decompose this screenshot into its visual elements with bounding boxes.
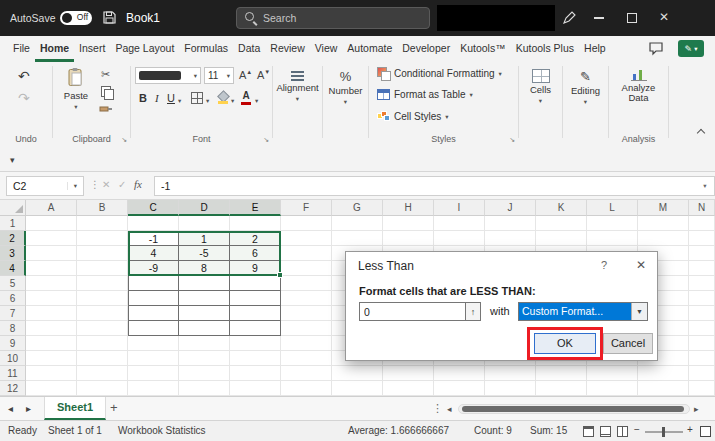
save-icon[interactable] — [102, 10, 117, 27]
cell-D6[interactable] — [179, 291, 230, 306]
cell-C11[interactable] — [128, 366, 179, 381]
cell-N2[interactable] — [689, 231, 715, 246]
column-header-L[interactable]: L — [587, 200, 638, 216]
collapse-ribbon-icon[interactable] — [697, 129, 705, 137]
row-header-8[interactable]: 8 — [0, 321, 26, 336]
row-header-5[interactable]: 5 — [0, 276, 26, 291]
insert-function-button[interactable]: fx — [134, 178, 142, 190]
column-header-C[interactable]: C — [128, 200, 179, 216]
column-header-E[interactable]: E — [230, 200, 281, 216]
row-header-6[interactable]: 6 — [0, 291, 26, 306]
cell-C10[interactable] — [128, 351, 179, 366]
page-break-view-icon[interactable] — [617, 426, 628, 437]
cell-M12[interactable] — [638, 381, 689, 396]
font-size-dropdown[interactable]: 11 ▾ — [204, 67, 234, 84]
cell-I1[interactable] — [434, 216, 485, 231]
cell-N12[interactable] — [689, 381, 715, 396]
chevron-down-icon[interactable]: ▾ — [206, 97, 209, 105]
cell-F11[interactable] — [281, 366, 332, 381]
column-header-A[interactable]: A — [26, 200, 77, 216]
cell-D4[interactable]: 8 — [179, 261, 230, 276]
column-header-K[interactable]: K — [536, 200, 587, 216]
ribbon-tab-file[interactable]: File — [8, 36, 35, 62]
fill-color-icon[interactable] — [217, 92, 229, 104]
decrease-font-icon[interactable]: A▼ — [257, 69, 270, 81]
cell-K1[interactable] — [536, 216, 587, 231]
cell-F10[interactable] — [281, 351, 332, 366]
cell-D10[interactable] — [179, 351, 230, 366]
number-button[interactable]: % Number ▾ — [323, 69, 368, 106]
conditional-formatting-button[interactable]: Conditional Formatting ▾ — [377, 67, 502, 80]
cell-A12[interactable] — [26, 381, 77, 396]
cell-A9[interactable] — [26, 336, 77, 351]
analyze-data-button[interactable]: Analyze Data — [613, 67, 664, 104]
ribbon-tab-automate[interactable]: Automate — [342, 36, 397, 62]
cell-F9[interactable] — [281, 336, 332, 351]
horizontal-scrollbar-thumb[interactable] — [462, 406, 684, 412]
cell-E3[interactable]: 6 — [230, 246, 281, 261]
cell-L12[interactable] — [587, 381, 638, 396]
zoom-slider[interactable] — [645, 431, 683, 433]
column-header-I[interactable]: I — [434, 200, 485, 216]
cell-F6[interactable] — [281, 291, 332, 306]
cell-A5[interactable] — [26, 276, 77, 291]
zoom-out-icon[interactable]: − — [634, 424, 640, 435]
cell-N8[interactable] — [689, 321, 715, 336]
row-header-10[interactable]: 10 — [0, 351, 26, 366]
column-header-D[interactable]: D — [179, 200, 230, 216]
ribbon-tab-help[interactable]: Help — [579, 36, 611, 62]
font-name-dropdown[interactable]: ▾ — [135, 67, 201, 84]
cell-B5[interactable] — [77, 276, 128, 291]
cell-E6[interactable] — [230, 291, 281, 306]
column-header-H[interactable]: H — [383, 200, 434, 216]
cell-B3[interactable] — [77, 246, 128, 261]
cell-N4[interactable] — [689, 261, 715, 276]
cancel-button[interactable]: Cancel — [603, 333, 653, 354]
cell-K2[interactable] — [536, 231, 587, 246]
cancel-entry-icon[interactable]: ✕ — [102, 179, 110, 190]
pen-icon[interactable] — [562, 11, 576, 27]
alignment-button[interactable]: Alignment ▾ — [273, 70, 322, 103]
cell-H11[interactable] — [383, 366, 434, 381]
zoom-in-icon[interactable]: + — [687, 424, 693, 435]
increase-font-icon[interactable]: A▲ — [239, 69, 252, 81]
cell-C12[interactable] — [128, 381, 179, 396]
cell-G1[interactable] — [332, 216, 383, 231]
autosave-toggle[interactable]: Off — [60, 11, 92, 25]
cell-E7[interactable] — [230, 306, 281, 321]
bold-button[interactable]: B — [139, 92, 147, 104]
cell-E4[interactable]: 9 — [230, 261, 281, 276]
row-header-1[interactable]: 1 — [0, 216, 26, 231]
cell-F7[interactable] — [281, 306, 332, 321]
column-header-G[interactable]: G — [332, 200, 383, 216]
cell-I11[interactable] — [434, 366, 485, 381]
zoom-slider-thumb[interactable] — [662, 427, 665, 437]
cell-F12[interactable] — [281, 381, 332, 396]
cell-L2[interactable] — [587, 231, 638, 246]
select-all-corner[interactable] — [0, 200, 26, 216]
cell-N3[interactable] — [689, 246, 715, 261]
font-color-icon[interactable]: A — [241, 91, 251, 105]
cell-E8[interactable] — [230, 321, 281, 336]
cell-G12[interactable] — [332, 381, 383, 396]
dialog-launcher-icon[interactable]: ↘ — [121, 136, 127, 144]
cell-D9[interactable] — [179, 336, 230, 351]
chevron-down-icon[interactable]: ▾ — [178, 97, 181, 105]
dialog-launcher-icon[interactable]: ↘ — [263, 136, 269, 144]
cell-K11[interactable] — [536, 366, 587, 381]
row-header-11[interactable]: 11 — [0, 366, 26, 381]
cell-B6[interactable] — [77, 291, 128, 306]
cell-A10[interactable] — [26, 351, 77, 366]
paste-button[interactable]: Paste ▾ — [59, 67, 93, 111]
dropdown-arrow-icon[interactable]: ▼ — [631, 303, 647, 320]
column-header-M[interactable]: M — [638, 200, 689, 216]
cell-C3[interactable]: 4 — [128, 246, 179, 261]
fill-handle[interactable] — [277, 272, 283, 278]
close-button[interactable]: ✕ — [659, 10, 669, 24]
borders-icon[interactable] — [191, 92, 203, 104]
ribbon-tab-review[interactable]: Review — [265, 36, 309, 62]
ribbon-tab-developer[interactable]: Developer — [397, 36, 455, 62]
cell-B4[interactable] — [77, 261, 128, 276]
cell-D2[interactable]: 1 — [179, 231, 230, 246]
cell-N6[interactable] — [689, 291, 715, 306]
